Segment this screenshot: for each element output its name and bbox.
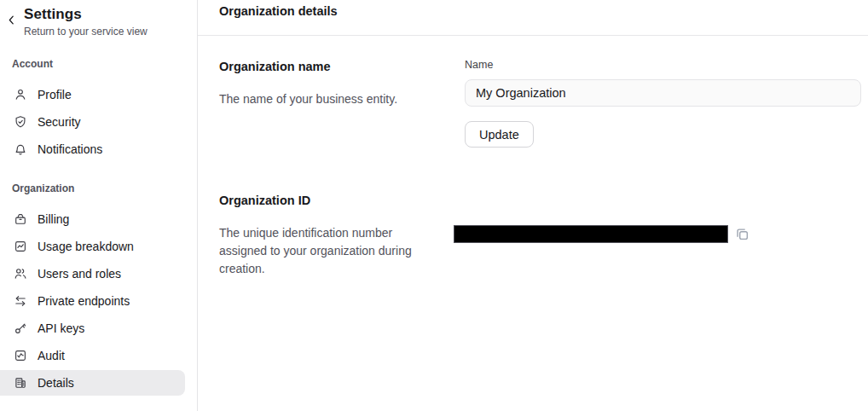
- sidebar-item-details[interactable]: Details: [0, 370, 185, 396]
- audit-icon: [14, 349, 27, 362]
- copy-icon: [735, 227, 749, 244]
- org-name-description: The name of your business entity.: [219, 90, 465, 108]
- org-id-title: Organization ID: [219, 193, 454, 208]
- chart-icon: [14, 240, 27, 253]
- org-id-description: The unique identification number assigne…: [219, 224, 432, 278]
- org-id-redacted-value: [454, 225, 728, 243]
- copy-org-id-button[interactable]: [735, 227, 749, 244]
- name-input[interactable]: [465, 79, 861, 107]
- chevron-left-icon: [5, 14, 18, 29]
- sidebar-item-label: Usage breakdown: [38, 240, 134, 253]
- bell-icon: [14, 142, 27, 156]
- content: Organization name The name of your busin…: [198, 36, 868, 278]
- sidebar-item-users-and-roles[interactable]: Users and roles: [0, 261, 185, 287]
- org-name-section: Organization name The name of your busin…: [219, 59, 861, 148]
- sidebar-item-security[interactable]: Security: [0, 109, 185, 135]
- section-label-organization: Organization: [12, 182, 197, 195]
- sidebar-item-label: Audit: [38, 349, 65, 362]
- nav-list: ProfileSecurityNotifications: [0, 82, 197, 162]
- sidebar-item-label: API keys: [38, 321, 84, 335]
- sidebar-item-billing[interactable]: Billing: [0, 206, 185, 232]
- update-button[interactable]: Update: [465, 121, 534, 148]
- sidebar-item-audit[interactable]: Audit: [0, 343, 185, 368]
- nav-list: BillingUsage breakdownUsers and rolesPri…: [0, 206, 197, 396]
- sidebar-item-profile[interactable]: Profile: [0, 82, 185, 107]
- sidebar-item-label: Private endpoints: [38, 294, 130, 308]
- name-field-label: Name: [465, 59, 861, 72]
- sidebar-title: Settings: [24, 5, 148, 23]
- sidebar-item-label: Billing: [38, 212, 69, 226]
- sidebar-subtitle: Return to your service view: [24, 26, 148, 38]
- sidebar-item-label: Users and roles: [38, 267, 121, 281]
- sidebar-item-api-keys[interactable]: API keys: [0, 315, 185, 341]
- sidebar-nav: AccountProfileSecurityNotificationsOrgan…: [0, 58, 197, 396]
- key-icon: [14, 321, 27, 335]
- settings-sidebar: Settings Return to your service view Acc…: [0, 0, 198, 411]
- main-header: Organization details: [198, 0, 868, 36]
- page-title: Organization details: [219, 5, 868, 18]
- sidebar-item-label: Security: [38, 115, 81, 129]
- sidebar-item-label: Notifications: [38, 142, 102, 156]
- org-name-title: Organization name: [219, 59, 465, 74]
- org-id-section: Organization ID The unique identificatio…: [219, 193, 861, 278]
- user-icon: [14, 88, 27, 101]
- sidebar-item-private-endpoints[interactable]: Private endpoints: [0, 288, 185, 314]
- sidebar-item-usage-breakdown[interactable]: Usage breakdown: [0, 234, 185, 259]
- sidebar-item-label: Profile: [38, 88, 72, 101]
- shield-check-icon: [14, 115, 27, 129]
- wallet-icon: [14, 212, 27, 226]
- section-label-account: Account: [12, 58, 197, 71]
- building-icon: [14, 376, 27, 390]
- main-panel: Organization details Organization name T…: [198, 0, 868, 411]
- arrows-left-right-icon: [14, 294, 27, 308]
- back-button[interactable]: [2, 12, 20, 31]
- sidebar-item-label: Details: [38, 376, 74, 390]
- users-icon: [14, 267, 27, 281]
- sidebar-item-notifications[interactable]: Notifications: [0, 136, 185, 162]
- sidebar-header: Settings Return to your service view: [0, 5, 197, 38]
